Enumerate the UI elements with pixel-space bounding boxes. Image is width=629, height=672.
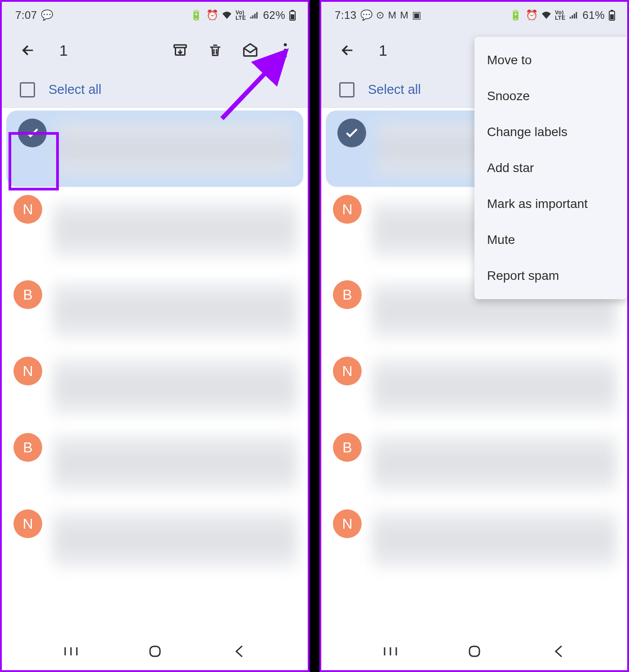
signal-icon — [249, 11, 259, 19]
svg-point-4 — [284, 43, 287, 46]
back-nav-button[interactable] — [229, 645, 249, 658]
svg-rect-14 — [610, 14, 614, 19]
overflow-menu: Move to Snooze Change labels Add star Ma… — [474, 37, 627, 299]
email-content-blurred — [53, 360, 297, 414]
email-content-blurred — [53, 203, 297, 256]
svg-rect-2 — [291, 14, 294, 19]
svg-rect-10 — [150, 646, 160, 656]
signal-icon — [569, 11, 579, 19]
email-content-blurred — [372, 436, 616, 490]
svg-rect-3 — [174, 45, 186, 48]
status-time: 7:13 — [335, 9, 357, 22]
home-button[interactable] — [145, 645, 165, 658]
selected-check-avatar[interactable] — [337, 119, 366, 147]
reminder-icon: 🔋 — [190, 10, 203, 20]
archive-button[interactable] — [170, 40, 190, 60]
home-button[interactable] — [465, 645, 484, 658]
chat-icon: 💬 — [360, 10, 373, 20]
select-all-label: Select all — [368, 82, 421, 97]
wifi-icon — [222, 11, 232, 19]
alarm-icon: ⏰ — [206, 10, 219, 20]
whatsapp-icon: ⊙ — [376, 10, 385, 20]
avatar[interactable]: B — [333, 280, 362, 309]
svg-rect-13 — [611, 10, 613, 11]
status-bar: 7:07 💬 🔋 ⏰ Vo)LTE 62% — [2, 2, 308, 29]
battery-icon — [289, 10, 296, 21]
alarm-icon: ⏰ — [526, 10, 538, 20]
reminder-icon: 🔋 — [509, 10, 522, 20]
svg-point-5 — [284, 49, 287, 52]
menu-move-to[interactable]: Move to — [474, 42, 627, 78]
menu-add-star[interactable]: Add star — [474, 150, 627, 186]
avatar[interactable]: N — [333, 509, 362, 538]
email-row[interactable]: N — [321, 349, 627, 425]
recents-button[interactable] — [61, 645, 81, 658]
back-button[interactable] — [18, 40, 38, 60]
email-content-blurred — [372, 513, 616, 566]
volte-icon: Vo)LTE — [555, 10, 565, 21]
email-content-blurred — [58, 122, 292, 176]
volte-icon: Vo)LTE — [235, 10, 246, 21]
overflow-menu-button[interactable] — [275, 40, 295, 60]
chat-icon: 💬 — [41, 10, 53, 20]
menu-mark-important[interactable]: Mark as important — [474, 186, 627, 222]
annotation-highlight — [9, 132, 59, 190]
avatar[interactable]: B — [333, 433, 362, 462]
back-nav-button[interactable] — [549, 645, 568, 658]
select-all-label: Select all — [49, 82, 102, 97]
android-nav-bar — [2, 632, 308, 670]
avatar[interactable]: B — [13, 280, 42, 309]
email-content-blurred — [53, 513, 297, 566]
menu-change-labels[interactable]: Change labels — [474, 114, 627, 150]
recents-button[interactable] — [381, 645, 400, 658]
avatar[interactable]: N — [333, 357, 362, 385]
svg-rect-18 — [470, 646, 479, 656]
menu-report-spam[interactable]: Report spam — [474, 258, 627, 294]
avatar[interactable]: N — [13, 195, 42, 224]
back-button[interactable] — [337, 40, 357, 60]
email-row[interactable]: B — [321, 425, 627, 501]
selection-count: 1 — [59, 42, 68, 59]
screenshot-divider — [310, 0, 319, 672]
gmail-icon: M — [400, 10, 409, 20]
email-row[interactable]: B — [2, 425, 308, 501]
menu-mute[interactable]: Mute — [474, 222, 627, 258]
email-content-blurred — [372, 360, 616, 414]
android-nav-bar — [321, 632, 627, 670]
wifi-icon — [541, 11, 551, 19]
status-time: 7:07 — [15, 9, 37, 22]
left-phone: 7:07 💬 🔋 ⏰ Vo)LTE 62% 1 — [0, 0, 310, 672]
battery-icon — [608, 10, 616, 21]
email-content-blurred — [53, 436, 297, 490]
email-row[interactable]: N — [2, 187, 308, 272]
email-row[interactable]: B — [2, 272, 308, 349]
svg-point-6 — [284, 54, 287, 57]
email-row[interactable]: N — [321, 501, 627, 578]
delete-button[interactable] — [205, 40, 225, 60]
selection-count: 1 — [379, 42, 387, 59]
image-icon: ▣ — [412, 10, 422, 20]
email-row[interactable]: N — [2, 349, 308, 425]
right-phone: 7:13 💬 ⊙ M M ▣ 🔋 ⏰ Vo)LTE 61% 1 — [319, 0, 629, 672]
status-battery: 62% — [263, 9, 285, 22]
avatar[interactable]: B — [13, 433, 42, 462]
app-bar: 1 — [2, 29, 308, 72]
select-all-checkbox[interactable] — [339, 82, 354, 97]
avatar[interactable]: N — [13, 357, 42, 385]
select-all-checkbox[interactable] — [20, 82, 35, 97]
gmail-icon: M — [388, 10, 397, 20]
mark-read-button[interactable] — [240, 40, 260, 60]
email-row[interactable]: N — [2, 501, 308, 578]
avatar[interactable]: N — [13, 509, 42, 538]
select-all-row[interactable]: Select all — [2, 72, 308, 108]
svg-rect-1 — [291, 10, 294, 11]
status-bar: 7:13 💬 ⊙ M M ▣ 🔋 ⏰ Vo)LTE 61% — [321, 2, 627, 29]
status-battery: 61% — [582, 9, 605, 22]
menu-snooze[interactable]: Snooze — [474, 78, 627, 114]
avatar[interactable]: N — [333, 195, 362, 224]
email-content-blurred — [53, 283, 297, 337]
